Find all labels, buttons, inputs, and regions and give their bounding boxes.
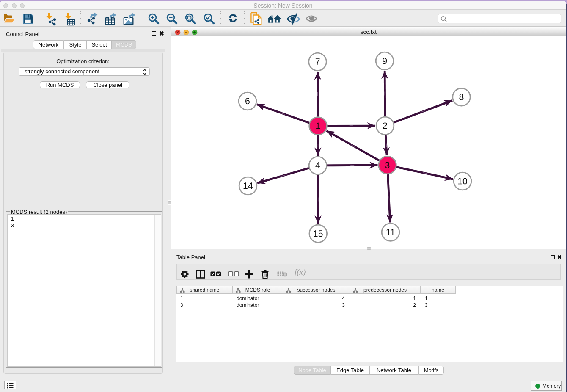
svg-text:8: 8 (459, 92, 464, 102)
svg-text:1: 1 (316, 121, 321, 131)
svg-text:2: 2 (383, 121, 388, 131)
svg-text:11: 11 (386, 227, 395, 237)
svg-text:10: 10 (457, 176, 468, 186)
svg-text:6: 6 (245, 96, 250, 106)
svg-text:14: 14 (243, 181, 253, 191)
svg-text:15: 15 (313, 229, 323, 239)
svg-text:7: 7 (315, 57, 320, 67)
svg-text:3: 3 (385, 160, 390, 170)
svg-text:9: 9 (382, 56, 387, 66)
svg-text:4: 4 (315, 160, 320, 171)
